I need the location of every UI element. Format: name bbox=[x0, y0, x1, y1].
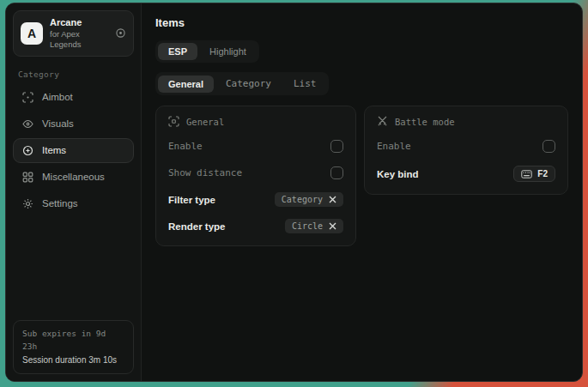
sub-expiry-text: Sub expires in 9d 23h bbox=[22, 328, 124, 353]
setting-row-enable: Enable bbox=[168, 139, 343, 154]
settings-panels: General Enable Show distance Filter type… bbox=[155, 106, 568, 246]
app-subtitle: for Apex Legends bbox=[50, 29, 108, 50]
view-tab-group: General Category List bbox=[155, 72, 329, 95]
panel-title: Battle mode bbox=[395, 117, 455, 127]
show-distance-checkbox[interactable] bbox=[330, 166, 343, 179]
sidebar-nav: Aimbot Visuals Items bbox=[13, 85, 134, 216]
enable-checkbox[interactable] bbox=[330, 140, 343, 153]
battle-enable-checkbox[interactable] bbox=[543, 140, 555, 153]
setting-row-key-bind: Key bind F2 bbox=[377, 166, 555, 182]
setting-label: Enable bbox=[168, 141, 203, 152]
sidebar: A Arcane for Apex Legends Category bbox=[6, 3, 142, 381]
setting-row-filter-type: Filter type Category bbox=[168, 192, 343, 207]
render-type-tag[interactable]: Circle bbox=[285, 219, 343, 233]
box-icon bbox=[22, 145, 33, 156]
sidebar-item-label: Miscellaneous bbox=[42, 172, 105, 182]
session-duration-text: Session duration 3m 10s bbox=[22, 354, 124, 367]
app-header-card: A Arcane for Apex Legends bbox=[13, 10, 134, 57]
close-icon[interactable] bbox=[329, 196, 336, 203]
grid-icon bbox=[22, 172, 33, 183]
setting-label: Key bind bbox=[377, 169, 419, 179]
setting-label: Show distance bbox=[168, 167, 242, 178]
general-panel: General Enable Show distance Filter type… bbox=[155, 106, 356, 246]
keyboard-icon bbox=[521, 170, 532, 178]
gear-icon bbox=[22, 198, 33, 209]
sidebar-item-miscellaneous[interactable]: Miscellaneous bbox=[13, 165, 134, 190]
sidebar-item-label: Visuals bbox=[42, 118, 74, 129]
app-window: A Arcane for Apex Legends Category bbox=[5, 3, 583, 382]
sidebar-item-label: Settings bbox=[42, 198, 78, 209]
crosshair-icon bbox=[22, 92, 33, 103]
sidebar-item-label: Items bbox=[42, 145, 66, 155]
setting-row-show-distance: Show distance bbox=[168, 166, 343, 180]
tab-general[interactable]: General bbox=[158, 76, 214, 93]
battle-mode-panel: Battle mode Enable Key bind bbox=[364, 106, 568, 195]
keybind-button[interactable]: F2 bbox=[513, 166, 555, 182]
subscription-info-card: Sub expires in 9d 23h Session duration 3… bbox=[13, 320, 134, 374]
sidebar-item-label: Aimbot bbox=[42, 92, 73, 102]
tab-highlight[interactable]: Highlight bbox=[199, 43, 257, 60]
setting-label: Filter type bbox=[168, 195, 215, 205]
sidebar-item-items[interactable]: Items bbox=[13, 138, 134, 163]
app-name: Arcane bbox=[50, 17, 108, 29]
eye-icon bbox=[22, 118, 33, 130]
tag-value: Circle bbox=[292, 221, 323, 231]
tab-category[interactable]: Category bbox=[215, 75, 282, 93]
setting-label: Render type bbox=[168, 221, 225, 232]
sidebar-item-aimbot[interactable]: Aimbot bbox=[13, 85, 134, 110]
filter-type-tag[interactable]: Category bbox=[275, 192, 343, 207]
scan-icon bbox=[168, 116, 179, 127]
tab-list[interactable]: List bbox=[283, 75, 327, 93]
app-logo: A bbox=[21, 22, 43, 45]
setting-row-enable: Enable bbox=[377, 139, 555, 154]
sidebar-item-settings[interactable]: Settings bbox=[13, 191, 134, 216]
close-icon[interactable] bbox=[329, 222, 336, 230]
mode-tab-group: ESP Highlight bbox=[155, 40, 259, 63]
category-section-label: Category bbox=[18, 70, 129, 79]
target-icon[interactable] bbox=[115, 27, 126, 39]
sidebar-spacer bbox=[13, 216, 134, 321]
panel-title: General bbox=[186, 117, 224, 127]
setting-row-render-type: Render type Circle bbox=[168, 219, 343, 233]
keybind-value: F2 bbox=[537, 169, 548, 178]
swords-icon bbox=[377, 116, 388, 127]
sidebar-item-visuals[interactable]: Visuals bbox=[13, 112, 134, 136]
page-title: Items bbox=[155, 16, 568, 29]
tab-esp[interactable]: ESP bbox=[158, 43, 197, 60]
main-content: Items ESP Highlight General Category Lis… bbox=[142, 3, 582, 381]
tag-value: Category bbox=[282, 195, 323, 204]
setting-label: Enable bbox=[377, 141, 411, 152]
